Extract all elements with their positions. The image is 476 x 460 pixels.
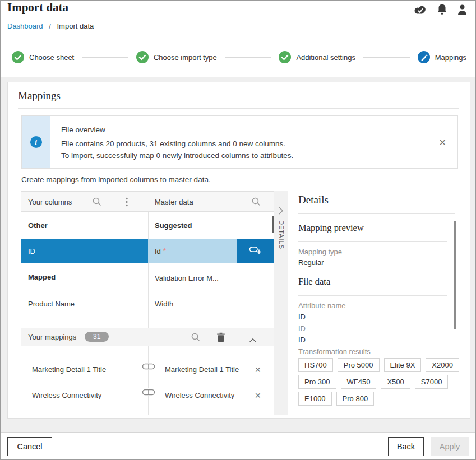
your-mappings-label: Your mappings — [28, 333, 76, 341]
transformation-results-label: Transformation results — [298, 347, 371, 356]
divider — [298, 213, 455, 214]
transformation-chip-row: E1000 Pro 800 — [298, 392, 374, 406]
infobox-text-line2: To import, successfully map 0 newly intr… — [61, 151, 293, 160]
close-icon[interactable]: ✕ — [439, 137, 446, 148]
transformation-chip: Pro 800 — [336, 392, 375, 406]
user-icon[interactable] — [457, 4, 468, 15]
mappings-card: Mappings i File overview File contains 2… — [7, 82, 470, 419]
group-mapped-label: Mapped — [28, 273, 56, 281]
divider — [18, 108, 459, 109]
suggested-target-label: Id — [155, 247, 161, 255]
search-icon[interactable] — [251, 197, 261, 209]
info-icon: i — [30, 136, 42, 148]
page-header: Import data Dashboard / Import data — [1, 1, 475, 77]
step-choose-sheet[interactable]: Choose sheet — [12, 51, 74, 63]
master-data-item[interactable]: Width — [155, 300, 173, 308]
chain-link-icon — [141, 363, 156, 370]
breadcrumb: Dashboard / Import data — [7, 22, 94, 30]
master-data-scrollbar[interactable] — [272, 216, 274, 233]
group-suggested-label: Suggested — [155, 221, 192, 230]
remove-mapping-icon[interactable]: ✕ — [255, 365, 261, 374]
file-overview-infobox: i File overview File contains 20 product… — [21, 115, 458, 169]
transformation-chip: X500 — [381, 375, 410, 389]
file-data-heading: File data — [298, 276, 330, 287]
mapping-source-label: Marketing Detail 1 Title — [32, 365, 106, 374]
transformation-chip-row: HS700 Pro 5000 Elite 9X X2000 — [298, 358, 459, 372]
step-additional-settings[interactable]: Additional settings — [279, 51, 355, 63]
create-mapping-button[interactable] — [237, 239, 274, 263]
apply-button[interactable]: Apply — [431, 437, 469, 456]
source-column-item[interactable]: Product Name — [28, 300, 75, 308]
breadcrumb-dashboard-link[interactable]: Dashboard — [7, 22, 43, 30]
step-label: Choose import type — [154, 53, 217, 62]
breadcrumb-current: Import data — [57, 22, 94, 30]
table-header: Your columns Master data — [21, 191, 274, 212]
page-title: Import data — [7, 1, 68, 15]
remove-mapping-icon[interactable]: ✕ — [255, 391, 261, 400]
transformation-chip: S7000 — [415, 375, 449, 389]
header-actions — [413, 3, 468, 15]
search-icon[interactable] — [92, 197, 102, 209]
details-scrollbar[interactable] — [454, 221, 456, 329]
required-marker: * — [163, 247, 166, 255]
divider — [298, 241, 447, 242]
cloud-sync-icon[interactable] — [413, 4, 427, 15]
master-data-header: Master data — [155, 198, 193, 206]
pencil-icon — [418, 51, 430, 63]
notifications-bell-icon[interactable] — [437, 3, 447, 15]
step-mappings[interactable]: Mappings — [418, 51, 466, 63]
mapping-instructions: Create mappings from imported columns to… — [21, 175, 211, 184]
details-tab-label: DETAILS — [278, 220, 285, 249]
details-collapse-strip[interactable]: DETAILS — [274, 191, 288, 415]
column-divider — [148, 191, 149, 415]
transformation-chip: Pro 5000 — [338, 358, 380, 372]
infobox-accent-strip: i — [22, 116, 50, 168]
transformation-chip: Pro 300 — [298, 375, 336, 389]
transformation-chip: WF450 — [341, 375, 377, 389]
attribute-value: ID — [298, 313, 306, 321]
your-columns-header: Your columns — [28, 198, 72, 206]
step-connector — [82, 57, 128, 58]
search-icon[interactable] — [191, 332, 201, 345]
kebab-menu-icon[interactable] — [126, 197, 128, 209]
step-choose-import-type[interactable]: Choose import type — [136, 51, 217, 63]
mapping-target-label: Marketing Detail 1 Title — [165, 365, 239, 374]
check-icon — [136, 51, 149, 63]
wizard-stepper: Choose sheet Choose import type Addition… — [12, 49, 466, 66]
columns-mapping-table: Your columns Master data Other Suggested — [21, 191, 274, 415]
your-mappings-bar[interactable]: Your mappings 31 — [21, 328, 274, 346]
attribute-name-label: Attribute name — [298, 301, 346, 310]
step-connector — [363, 57, 410, 58]
cancel-button[interactable]: Cancel — [7, 437, 52, 456]
chevron-up-icon[interactable] — [249, 335, 257, 345]
check-icon — [279, 51, 291, 63]
chain-link-icon — [141, 388, 156, 396]
chevron-right-icon[interactable] — [279, 207, 283, 217]
attribute-value: ID — [298, 336, 306, 344]
infobox-title: File overview — [61, 126, 105, 134]
mapping-type-label: Mapping type — [298, 248, 342, 256]
mapping-type-value: Regular — [298, 258, 324, 267]
back-button[interactable]: Back — [388, 437, 424, 456]
breadcrumb-separator: / — [49, 22, 51, 30]
trash-icon[interactable] — [216, 332, 225, 345]
link-add-icon — [249, 245, 262, 257]
details-title: Details — [298, 194, 329, 206]
mapping-target-label: Wireless Connectivity — [165, 391, 234, 399]
suggested-target-id[interactable]: Id* — [148, 239, 237, 263]
selected-source-column-id[interactable]: ID — [21, 239, 148, 263]
step-label: Choose sheet — [29, 53, 74, 62]
step-label: Mappings — [435, 53, 466, 62]
master-data-item[interactable]: Validation Error M... — [155, 274, 219, 282]
import-data-window: Import data Dashboard / Import data — [0, 0, 476, 460]
step-label: Additional settings — [296, 53, 355, 62]
details-panel: Details Mapping preview Mapping type Reg… — [288, 191, 464, 415]
group-other-label: Other — [28, 221, 48, 230]
check-icon — [12, 51, 24, 63]
page-content: Mappings i File overview File contains 2… — [1, 77, 475, 433]
transformation-chip: Elite 9X — [384, 358, 422, 372]
transformation-chip: E1000 — [298, 392, 332, 406]
transformation-chip-row: Pro 300 WF450 X500 S7000 — [298, 375, 448, 389]
card-title: Mappings — [18, 90, 61, 102]
divider — [298, 295, 447, 296]
